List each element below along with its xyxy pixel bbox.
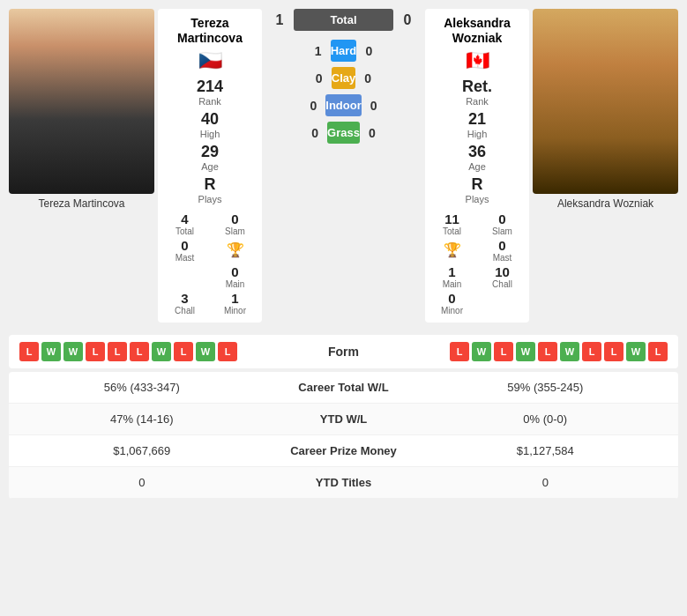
right-form-badge: L	[538, 342, 557, 361]
career-stats-row: 56% (433-347)Career Total W/L59% (355-24…	[9, 372, 678, 404]
main-container: Tereza Martincova Tereza Martincova 🇨🇿 2…	[0, 0, 687, 499]
career-stats-center-label: YTD Titles	[265, 476, 423, 489]
career-stats-right-val: 0% (0-0)	[423, 412, 668, 426]
center-section: 1 Total 0 1 Hard 0 0 Clay 0 0 Indoor 0	[265, 9, 422, 323]
right-form-badge: W	[472, 342, 491, 361]
right-form-badge: W	[626, 342, 646, 361]
hard-right-score: 0	[360, 44, 377, 58]
career-stats-left-val: 0	[19, 476, 265, 489]
left-minor-cell: 1 Minor	[213, 291, 257, 315]
indoor-row: 0 Indoor 0	[304, 94, 382, 116]
right-plays-value: R	[466, 175, 489, 194]
right-player-name-below: Aleksandra Wozniak	[533, 197, 678, 210]
form-label: Form	[317, 345, 370, 359]
left-slam-cell: 0 Slam	[213, 212, 257, 236]
right-minor-cell: 0 Minor	[430, 291, 474, 315]
career-stats-center-label: Career Total W/L	[265, 381, 423, 394]
right-form-badge: W	[516, 342, 535, 361]
left-rank-label: Rank	[197, 96, 223, 107]
grass-row: 0 Grass 0	[306, 122, 381, 144]
left-player-block: Tereza Martincova Tereza Martincova 🇨🇿 2…	[9, 9, 262, 323]
left-form-badge: L	[108, 342, 127, 361]
right-chall-cell: 10 Chall	[481, 264, 524, 289]
left-high-value: 40	[200, 110, 220, 129]
left-plays-value: R	[198, 175, 222, 194]
right-form-badge: L	[604, 342, 624, 361]
right-age-label: Age	[468, 161, 486, 172]
career-stats-right-val: 59% (355-245)	[423, 381, 668, 394]
right-plays-block: R Plays	[466, 175, 489, 204]
indoor-left-score: 0	[304, 99, 322, 113]
form-section: LWWLLLWLWL Form LWLWLWLLWL	[9, 335, 678, 368]
total-right-score: 0	[397, 12, 418, 28]
career-stats-right-val: 0	[423, 476, 668, 489]
left-form-badge: W	[63, 342, 83, 361]
hard-row: 1 Hard 0	[310, 40, 378, 62]
right-rank-block: Ret. Rank	[462, 78, 492, 107]
clay-left-score: 0	[310, 71, 328, 85]
career-stats-left-val: $1,067,669	[19, 444, 265, 457]
right-form-badge: L	[494, 342, 513, 361]
right-photo-block: Aleksandra Wozniak	[533, 9, 678, 210]
top-section: Tereza Martincova Tereza Martincova 🇨🇿 2…	[0, 0, 687, 331]
left-player-name: Tereza Martincova	[163, 16, 257, 46]
indoor-button[interactable]: Indoor	[325, 94, 361, 116]
right-player-photo	[533, 9, 678, 194]
grass-right-score: 0	[363, 126, 381, 140]
total-button[interactable]: Total	[294, 9, 393, 31]
left-stats-card: Tereza Martincova 🇨🇿 214 Rank 40 High 29…	[158, 9, 262, 323]
left-form-badge: L	[19, 342, 39, 361]
right-stats-card: Aleksandra Wozniak 🇨🇦 Ret. Rank 21 High …	[425, 9, 529, 323]
right-slam-cell: 0 Slam	[481, 212, 524, 236]
right-age-block: 36 Age	[468, 143, 486, 172]
left-age-block: 29 Age	[201, 143, 219, 172]
left-form-badge: W	[41, 342, 61, 361]
right-trophy-icon: 🏆	[444, 241, 461, 258]
right-high-block: 21 High	[467, 110, 488, 139]
left-trophy-cell: 🏆	[213, 238, 257, 263]
left-high-block: 40 High	[200, 110, 220, 139]
right-rank-value: Ret.	[462, 78, 492, 96]
right-form-badge: L	[582, 342, 601, 361]
right-trophy-cell: 🏆	[430, 238, 474, 263]
left-high-label: High	[200, 129, 220, 139]
left-player-name-below: Tereza Martincova	[9, 197, 154, 210]
grass-left-score: 0	[306, 126, 324, 140]
left-form-badge: W	[196, 342, 215, 361]
right-form-badge: W	[560, 342, 579, 361]
left-player-photo	[9, 9, 154, 194]
right-plays-label: Plays	[466, 194, 489, 204]
left-form-badge: L	[130, 342, 149, 361]
clay-button[interactable]: Clay	[332, 67, 355, 89]
right-player-name: Aleksandra Wozniak	[430, 16, 524, 46]
left-main-cell: 0 Main	[213, 264, 257, 289]
left-photo-block: Tereza Martincova	[9, 9, 154, 210]
career-stats-left-val: 56% (433-347)	[19, 381, 265, 394]
hard-button[interactable]: Hard	[331, 40, 357, 62]
left-age-value: 29	[201, 143, 219, 161]
total-row: 1 Total 0	[269, 9, 418, 31]
left-form-badge: L	[174, 342, 193, 361]
career-stats-left-val: 47% (14-16)	[19, 412, 265, 426]
right-high-value: 21	[467, 110, 488, 129]
career-stats-row: 47% (14-16)YTD W/L0% (0-0)	[9, 404, 678, 435]
right-total-cell: 11 Total	[430, 212, 474, 236]
right-player-block: Aleksandra Wozniak 🇨🇦 Ret. Rank 21 High …	[425, 9, 678, 323]
career-stats-right-val: $1,127,584	[423, 444, 668, 457]
left-chall-cell: 3 Chall	[163, 291, 206, 315]
left-form-badge: L	[86, 342, 105, 361]
career-stats-row: 0YTD Titles0	[9, 467, 678, 499]
indoor-right-score: 0	[365, 99, 383, 113]
right-form-badge: L	[450, 342, 469, 361]
right-mast-cell: 0 Mast	[481, 238, 524, 263]
left-rank-block: 214 Rank	[197, 78, 223, 107]
right-rank-label: Rank	[462, 96, 492, 107]
left-form-badge: L	[218, 342, 237, 361]
left-titles-grid: 4 Total 0 Slam 0 Mast 🏆 0	[163, 212, 257, 315]
right-form-badges: LWLWLWLLWL	[450, 342, 668, 361]
left-rank-value: 214	[197, 78, 223, 96]
grass-button[interactable]: Grass	[327, 122, 360, 144]
career-stats-center-label: Career Prize Money	[265, 444, 423, 457]
left-plays-block: R Plays	[198, 175, 222, 204]
career-stats-center-label: YTD W/L	[265, 412, 423, 426]
